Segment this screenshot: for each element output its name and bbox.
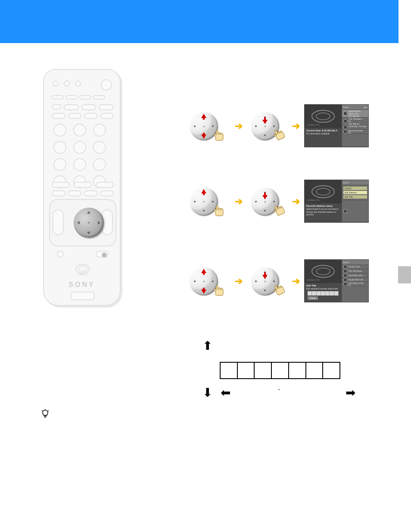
arrow-up-icon — [201, 114, 206, 120]
svg-line-19 — [48, 411, 49, 411]
brand-label: SONY — [44, 281, 120, 289]
arrow-press-icon — [262, 272, 268, 279]
svg-marker-13 — [262, 272, 268, 279]
top-banner — [0, 0, 399, 43]
svg-point-15 — [316, 268, 330, 275]
remote-illustration: ＋ DIRECTV SONY — [43, 69, 125, 310]
arrow-right-icon: ➔ — [292, 196, 300, 207]
arrow-up-icon — [201, 189, 206, 195]
svg-marker-12 — [201, 288, 206, 294]
arrow-right-icon: ➔ — [235, 276, 243, 287]
arrow-press-icon — [262, 193, 268, 199]
svg-point-0 — [76, 264, 90, 273]
svg-marker-4 — [262, 117, 268, 124]
arrow-down-black-icon: ⬇ — [202, 386, 212, 400]
directv-label: DIRECTV — [78, 273, 88, 276]
svg-marker-8 — [262, 193, 268, 199]
title-edit-diagram: ⬆ ⬇ ⬅ ➡ + — [194, 336, 362, 414]
arrow-right-icon: ➔ — [292, 121, 300, 132]
step-2-row: ＋ ➔ ＋ ➔ DIRECTV Favorite Stations setup … — [190, 183, 371, 235]
arrow-right-icon: ➔ — [292, 276, 300, 287]
arrow-press-icon — [262, 117, 268, 124]
arrow-right-icon: ➔ — [235, 121, 243, 132]
joystick-center-symbol: + — [278, 388, 280, 392]
step-3-row: ＋ ➔ ＋ ➔ DIRECTV Edit Title Edit selected… — [190, 263, 371, 314]
arrow-up-black-icon: ⬆ — [202, 339, 212, 353]
hand-point-icon — [212, 205, 225, 218]
hand-point-icon — [212, 129, 225, 142]
screen-preview-2: DIRECTV Favorite Stations setup Select b… — [304, 180, 369, 223]
svg-point-6 — [316, 113, 330, 120]
screen-preview-3: DIRECTV Edit Title Edit selected Favorit… — [304, 259, 369, 302]
side-tab — [398, 266, 411, 283]
hand-point-icon — [212, 284, 225, 297]
screen-preview-1: DIRECTV Current time: 9:18 AM Sat 4 No i… — [304, 104, 369, 147]
svg-point-1 — [78, 266, 87, 271]
arrow-up-icon — [201, 269, 206, 275]
svg-point-14 — [312, 265, 334, 277]
joystick-highlight: ＋ — [74, 208, 104, 238]
svg-marker-2 — [201, 114, 206, 120]
svg-point-10 — [316, 188, 330, 195]
svg-marker-7 — [201, 189, 206, 195]
arrow-right-black-icon: ➡ — [346, 386, 355, 400]
svg-marker-3 — [201, 133, 206, 139]
arrow-down-icon — [201, 133, 206, 139]
tip-lightbulb-icon — [41, 409, 50, 420]
svg-marker-11 — [201, 269, 206, 275]
svg-point-9 — [312, 186, 334, 198]
directv-logo-icon: DIRECTV — [74, 264, 91, 277]
arrow-down-icon — [201, 288, 206, 294]
arrow-left-black-icon: ⬅ — [221, 386, 230, 400]
arrow-right-icon: ➔ — [235, 196, 243, 207]
title-input-cells — [220, 362, 340, 379]
svg-line-18 — [42, 411, 43, 411]
svg-point-5 — [312, 110, 334, 122]
remote-body: ＋ DIRECTV SONY — [43, 69, 121, 306]
step-1-row: ＋ ➔ ＋ ➔ DIRECTV Current time: 9:18 AM Sa… — [190, 108, 371, 159]
